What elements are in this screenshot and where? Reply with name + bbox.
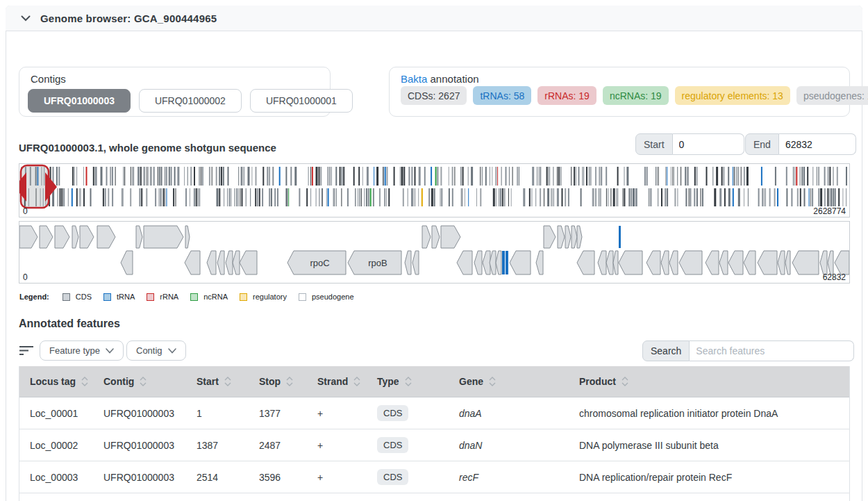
sort-icon[interactable]	[353, 377, 360, 386]
gene-arrow[interactable]	[457, 251, 472, 274]
gene-arrow[interactable]	[240, 251, 257, 274]
feature-bar	[553, 188, 554, 206]
sort-icon[interactable]	[81, 377, 88, 386]
sort-icon[interactable]	[489, 377, 496, 386]
start-input[interactable]	[673, 133, 744, 155]
gene-arrow[interactable]	[598, 251, 606, 274]
gene-arrow[interactable]	[744, 251, 756, 274]
gene-arrow[interactable]	[483, 251, 490, 274]
feature-bar	[557, 188, 559, 206]
column-header-locus-tag[interactable]: Locus tag	[19, 376, 93, 387]
sort-icon[interactable]	[140, 377, 147, 386]
gene-arrow[interactable]	[233, 251, 240, 274]
feature-bar	[74, 167, 75, 186]
column-header-stop[interactable]: Stop	[249, 376, 307, 387]
gene-arrow[interactable]	[536, 251, 543, 274]
column-header-strand[interactable]: Strand	[307, 376, 367, 387]
feature-bar	[212, 167, 212, 186]
trna-bar[interactable]	[619, 226, 621, 248]
gene-arrow[interactable]	[422, 226, 431, 248]
gene-arrow[interactable]	[778, 251, 785, 274]
gene-arrow[interactable]	[706, 251, 719, 274]
gene-arrow[interactable]	[136, 226, 142, 248]
gene-arrow[interactable]	[72, 226, 78, 248]
column-header-start[interactable]: Start	[186, 376, 249, 387]
gene-arrow[interactable]	[613, 251, 618, 274]
contig-button-UFRQ01000002[interactable]: UFRQ01000002	[139, 89, 242, 113]
column-header-product[interactable]: Product	[569, 376, 849, 387]
gene-arrow[interactable]	[728, 251, 743, 274]
overview-track[interactable]: 0 2628774	[19, 163, 850, 217]
gene-arrow[interactable]	[40, 226, 53, 248]
detail-track[interactable]: rpoCrpoB 0 62832	[19, 221, 850, 284]
chevron-down-icon[interactable]	[21, 15, 31, 22]
table-row[interactable]: Loc_00003 UFRQ01000003 2514 3596 + CDS r…	[19, 461, 849, 493]
gene-arrow[interactable]	[441, 226, 460, 248]
feature-bar	[624, 167, 625, 186]
contig-button-UFRQ01000001[interactable]: UFRQ01000001	[250, 89, 353, 113]
trna-bar[interactable]	[502, 251, 505, 274]
gene-arrow[interactable]	[558, 226, 565, 248]
trna-bar[interactable]	[506, 251, 508, 274]
gene-arrow[interactable]	[669, 251, 678, 274]
gene-arrow[interactable]	[144, 226, 183, 248]
gene-arrow[interactable]	[97, 226, 115, 248]
gene-arrow[interactable]	[577, 226, 582, 248]
gene-arrow[interactable]	[226, 251, 233, 274]
end-input-group: End	[745, 133, 856, 155]
search-input[interactable]	[690, 340, 854, 361]
contig-filter-dropdown[interactable]: Contig	[126, 340, 186, 361]
gene-arrow[interactable]	[405, 251, 411, 274]
feature-type-filter-dropdown[interactable]: Feature type	[40, 340, 124, 361]
cell-product: DNA replication/repair protein RecF	[569, 472, 849, 483]
browser-header[interactable]: Genome browser: GCA_900444965	[6, 6, 862, 31]
gene-arrow[interactable]	[19, 226, 37, 248]
gene-arrow[interactable]	[474, 251, 482, 274]
gene-arrow[interactable]	[661, 251, 669, 274]
detail-track-svg[interactable]: rpoCrpoB	[19, 222, 849, 283]
gene-arrow[interactable]	[619, 251, 642, 274]
gene-arrow[interactable]	[571, 226, 577, 248]
feature-bar	[336, 188, 337, 206]
gene-arrow[interactable]	[432, 226, 440, 248]
gene-arrow[interactable]	[565, 226, 571, 248]
gene-arrow[interactable]	[577, 251, 594, 274]
gene-arrow[interactable]	[412, 251, 419, 274]
gene-arrow[interactable]	[510, 251, 531, 274]
sort-icon[interactable]	[405, 377, 412, 386]
overview-track-svg[interactable]	[19, 164, 849, 217]
table-row[interactable]: Loc_00001 UFRQ01000003 1 1377 + CDS dnaA…	[19, 397, 849, 429]
gene-arrow[interactable]	[80, 226, 94, 248]
gene-arrow[interactable]	[758, 251, 777, 274]
table-row[interactable]: Loc_00002 UFRQ01000003 1387 2487 + CDS d…	[19, 429, 849, 461]
gene-arrow[interactable]	[185, 226, 190, 248]
feature-bar	[112, 188, 113, 206]
gene-arrow[interactable]	[835, 251, 849, 274]
column-header-gene[interactable]: Gene	[449, 376, 569, 387]
gene-arrow[interactable]	[185, 251, 200, 274]
gene-arrow[interactable]	[496, 251, 501, 274]
column-header-contig[interactable]: Contig	[93, 376, 186, 387]
gene-arrow[interactable]	[828, 251, 833, 274]
gene-arrow[interactable]	[207, 251, 216, 274]
gene-arrow[interactable]	[55, 226, 69, 248]
sort-icon[interactable]	[621, 377, 628, 386]
gene-arrow[interactable]	[719, 251, 728, 274]
sort-icon[interactable]	[224, 377, 231, 386]
end-input[interactable]	[779, 133, 856, 155]
gene-arrow[interactable]	[217, 251, 224, 274]
sort-icon[interactable]	[286, 377, 293, 386]
gene-arrow[interactable]	[785, 251, 790, 274]
gene-arrow[interactable]	[679, 251, 702, 274]
gene-arrow[interactable]	[606, 251, 613, 274]
feature-bar	[485, 167, 487, 186]
gene-arrow[interactable]	[646, 251, 660, 274]
gene-arrow[interactable]	[820, 251, 827, 274]
contig-button-UFRQ01000003[interactable]: UFRQ01000003	[28, 89, 131, 113]
gene-arrow[interactable]	[544, 226, 556, 248]
gene-arrow[interactable]	[121, 251, 133, 274]
gene-arrow[interactable]	[792, 251, 819, 274]
column-header-type[interactable]: Type	[367, 376, 449, 387]
feature-bar	[236, 188, 237, 206]
bakta-link[interactable]: Bakta	[401, 73, 427, 85]
